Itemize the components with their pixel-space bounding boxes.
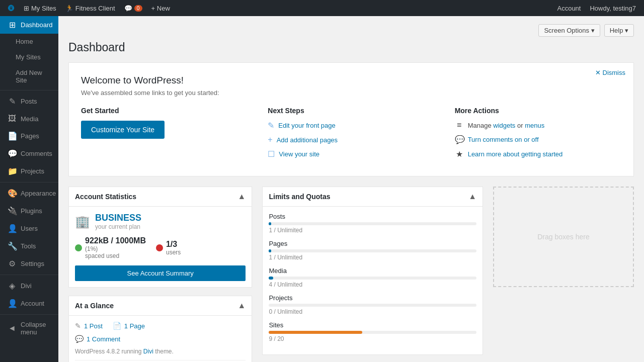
sidebar-item-posts[interactable]: ✎ Posts	[0, 93, 58, 110]
users-icon: 👤	[8, 224, 17, 233]
account-summary-button[interactable]: See Account Summary	[75, 265, 246, 281]
get-started-heading: Get Started	[81, 107, 248, 115]
storage-value: 922kB / 1000MB	[85, 236, 146, 245]
sidebar-item-projects[interactable]: 📁 Projects	[0, 162, 58, 180]
add-pages-icon: +	[268, 135, 272, 144]
dismiss-button[interactable]: ✕ Dismiss	[595, 69, 625, 76]
comments-toggle-link[interactable]: Turn comments on or off	[468, 136, 539, 143]
account-stats-title: Account Statistics	[75, 193, 136, 201]
comment-icon: 💬	[75, 335, 84, 343]
customize-site-button[interactable]: Customize Your Site	[81, 121, 165, 139]
comments-toggle-icon: 💬	[455, 135, 464, 144]
my-sites-label: My Sites	[31, 5, 56, 12]
users-info: 1/3 users	[166, 240, 181, 256]
glance-grid: ✎ 1 Post 📄 1 Page	[75, 322, 246, 330]
adminbar-wp-logo[interactable]: 🅦	[4, 0, 19, 16]
sidebar-item-users[interactable]: 👤 Users	[0, 220, 58, 237]
posts-link[interactable]: 1 Post	[84, 322, 103, 330]
dismiss-label: ✕ Dismiss	[595, 69, 625, 76]
learn-more-icon: ★	[455, 149, 464, 159]
pages-link[interactable]: 1 Page	[124, 322, 145, 330]
account-icon: 👤	[8, 299, 17, 308]
next-steps-section: Next Steps ✎ Edit your front page + Add …	[268, 107, 434, 164]
sidebar-item-settings[interactable]: ⚙ Settings	[0, 255, 58, 273]
glance-pages: 📄 1 Page	[113, 322, 145, 330]
limits-quotas-toggle[interactable]: ▲	[468, 192, 476, 201]
at-a-glance-header[interactable]: At a Glance ▲	[69, 296, 252, 316]
adminbar-my-sites[interactable]: ⊞ My Sites	[20, 0, 60, 16]
divi-icon: ◈	[8, 281, 17, 291]
sidebar-item-add-new-site[interactable]: Add New Site	[0, 65, 58, 88]
account-stats-toggle[interactable]: ▲	[238, 192, 246, 201]
list-item: ☐ View your site	[268, 149, 434, 159]
sidebar-item-label: Add New Site	[16, 69, 52, 84]
glance-comments: 💬 1 Comment	[75, 335, 120, 343]
help-btn[interactable]: Help ▾	[604, 24, 634, 37]
sidebar-item-my-sites[interactable]: My Sites	[0, 49, 58, 65]
add-pages-link[interactable]: Add additional pages	[277, 136, 338, 144]
sidebar-item-comments[interactable]: 💬 Comments	[0, 145, 58, 162]
adminbar-howdy[interactable]: Howdy, testing7	[586, 0, 640, 16]
view-site-link[interactable]: View your site	[279, 150, 319, 158]
adminbar-account[interactable]: Account	[553, 0, 585, 16]
settings-icon: ⚙	[8, 259, 17, 268]
sidebar-item-pages[interactable]: 📄 Pages	[0, 127, 58, 145]
at-a-glance-toggle[interactable]: ▲	[238, 301, 246, 310]
sidebar-item-media[interactable]: 🖼 Media	[0, 110, 58, 127]
edit-front-link[interactable]: Edit your front page	[278, 122, 335, 129]
account-stats-body: 🏢 BUSINESS your current plan 922kB / 100…	[69, 207, 252, 287]
quota-media-bar	[269, 277, 273, 280]
sidebar-item-label: Settings	[21, 260, 44, 267]
plan-header: 🏢 BUSINESS your current plan	[75, 213, 246, 230]
tools-icon: 🔧	[8, 241, 17, 251]
adminbar-comments[interactable]: 💬 0	[120, 0, 146, 16]
menu-separator	[0, 182, 58, 183]
learn-more-link[interactable]: Learn more about getting started	[468, 150, 563, 158]
sidebar-item-label: Collapse menu	[21, 321, 52, 336]
menu-separator	[0, 314, 58, 315]
sidebar-item-label: Home	[16, 38, 33, 45]
site-icon: 🏃	[65, 5, 73, 12]
storage-section: Storage Space 🖥 1,000 MB Space Allowed 📁…	[75, 360, 246, 362]
plan-sub: your current plan	[95, 223, 141, 230]
sidebar-item-appearance[interactable]: 🎨 Appearance	[0, 185, 58, 202]
adminbar-new[interactable]: + New	[147, 0, 174, 16]
quota-pages-label: Pages	[269, 240, 476, 247]
widgets-link[interactable]: widgets	[493, 122, 515, 129]
collapse-icon: ◄	[8, 324, 17, 333]
sidebar-item-account[interactable]: 👤 Account	[0, 295, 58, 312]
quota-projects-bar-bg	[269, 304, 476, 307]
account-stats-header[interactable]: Account Statistics ▲	[69, 187, 252, 207]
limits-quotas-header[interactable]: Limits and Quotas ▲	[263, 187, 482, 207]
plan-icon: 🏢	[75, 215, 90, 229]
glance-posts: ✎ 1 Post	[75, 322, 103, 330]
get-started-section: Get Started Customize Your Site	[81, 107, 248, 164]
account-btn-label: See Account Summary	[127, 269, 194, 277]
quota-pages-bar-bg	[269, 249, 476, 252]
sidebar-item-divi[interactable]: ◈ Divi	[0, 277, 58, 295]
drag-boxes-area: Drag boxes here	[493, 187, 634, 287]
admin-menu: ⊞ Dashboard Home My Sites Add New Site ✎…	[0, 16, 58, 362]
quota-posts-bar-bg	[269, 222, 476, 225]
theme-link[interactable]: Divi	[143, 348, 153, 355]
sidebar-item-dashboard[interactable]: ⊞ Dashboard	[0, 16, 58, 34]
list-item: ✎ Edit your front page	[268, 121, 434, 130]
sidebar-item-tools[interactable]: 🔧 Tools	[0, 237, 58, 255]
adminbar-site-name[interactable]: 🏃 Fitness Client	[61, 0, 119, 16]
account-label: Account	[557, 5, 581, 12]
welcome-title: Welcome to WordPress!	[81, 75, 621, 86]
post-icon: ✎	[75, 322, 81, 330]
menu-separator	[0, 90, 58, 90]
help-label: Help ▾	[610, 27, 628, 34]
sidebar-item-home[interactable]: Home	[0, 34, 58, 49]
quota-pages-bar	[269, 249, 271, 252]
edit-front-icon: ✎	[268, 121, 274, 130]
menus-link[interactable]: menus	[525, 122, 544, 129]
screen-options-btn[interactable]: Screen Options ▾	[538, 24, 600, 37]
sidebar-item-collapse[interactable]: ◄ Collapse menu	[0, 317, 58, 340]
comments-link[interactable]: 1 Comment	[87, 335, 120, 343]
sidebar-item-plugins[interactable]: 🔌 Plugins	[0, 202, 58, 220]
comments-badge: 0	[134, 5, 142, 12]
dashboard-left-column: Account Statistics ▲ 🏢 BUSINESS your cur…	[68, 187, 252, 362]
appearance-icon: 🎨	[8, 189, 17, 198]
